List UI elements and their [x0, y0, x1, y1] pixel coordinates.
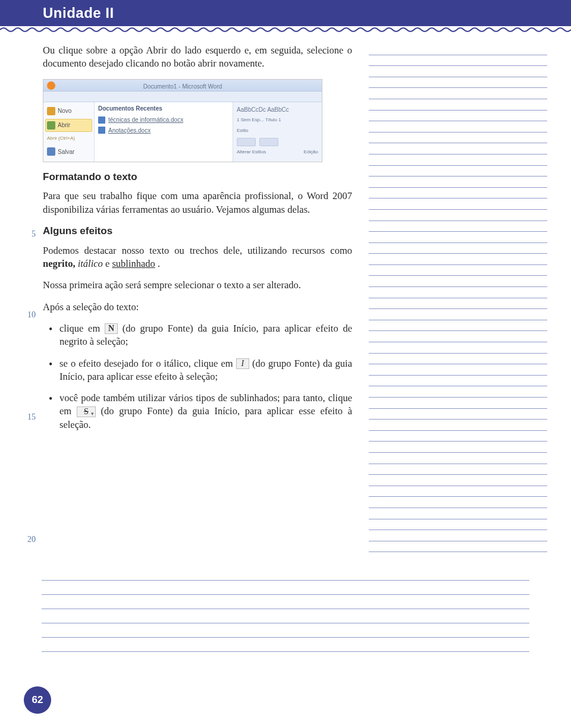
italic-button-icon: I	[236, 358, 249, 369]
bullet-list-effects: clique em N (do grupo Fonte) da guia Iní…	[43, 322, 352, 431]
note-line	[369, 541, 547, 553]
figure-recent-item-2-label: Anotações.docx	[108, 127, 150, 135]
bottom-notes-area	[42, 566, 529, 652]
note-line	[42, 566, 529, 581]
figure-menu-salvar: Salvar	[45, 145, 92, 158]
note-line	[369, 287, 547, 298]
save-icon	[47, 147, 55, 156]
note-line	[42, 595, 529, 609]
note-line	[42, 638, 529, 652]
note-line	[369, 409, 547, 420]
header-band: Unidade II	[0, 0, 571, 26]
document-icon	[98, 127, 105, 134]
note-line	[369, 133, 547, 144]
note-line	[369, 431, 547, 442]
note-line	[369, 475, 547, 486]
document-icon	[47, 107, 55, 115]
note-line	[369, 342, 547, 354]
note-line	[369, 188, 547, 199]
figure-window-title: Documento1 - Microsoft Word	[143, 81, 222, 93]
page-number-badge: 62	[24, 686, 51, 714]
figure-styles-labels: 1 Sem Esp... Título 1	[237, 116, 318, 125]
figure-change-styles-button	[237, 138, 256, 146]
figure-recent-item-1: técnicas de informática.docx	[98, 115, 229, 125]
note-line	[369, 44, 547, 55]
note-line	[369, 464, 547, 475]
line-number-10: 10	[27, 310, 36, 320]
note-line	[42, 609, 529, 623]
list-item-italic: se o efeito desejado for o itálico, cliq…	[43, 357, 352, 384]
figure-titlebar: Documento1 - Microsoft Word	[43, 80, 322, 92]
page-header-title: Unidade II	[43, 5, 114, 21]
note-line	[369, 55, 547, 67]
note-line	[369, 111, 547, 122]
note-line	[369, 77, 547, 89]
figure-word-open-menu: Documento1 - Microsoft Word Novo Abrir A…	[43, 79, 322, 162]
note-line	[42, 623, 529, 638]
note-line	[369, 198, 547, 210]
text-bold-sample: negrito,	[43, 258, 76, 269]
figure-file-menu: Novo Abrir Abrir (Ctrl+A) Salvar Salvar …	[43, 102, 95, 162]
paragraph-after-selection: Após a seleção do texto:	[43, 301, 352, 314]
main-content: Ou clique sobre a opção Abrir do lado es…	[43, 44, 352, 552]
note-line	[369, 376, 547, 387]
note-line	[369, 420, 547, 431]
note-line	[369, 298, 547, 310]
line-number-20: 20	[27, 535, 36, 544]
figure-styles-panel: AaBbCcDc AaBbCc 1 Sem Esp... Título 1 Es…	[233, 102, 322, 162]
list-item-underline: você pode também utilizar vários tipos d…	[43, 392, 352, 431]
figure-ribbon-tabs	[43, 92, 322, 102]
note-line	[369, 386, 547, 398]
figure-styles-preview: AaBbCcDc AaBbCc	[237, 106, 318, 114]
document-icon	[98, 116, 105, 124]
text-run: .	[158, 258, 160, 269]
heading-formatting: Formatando o texto	[43, 171, 352, 184]
heading-effects: Alguns efeitos	[43, 225, 352, 238]
note-line	[42, 581, 529, 595]
text-underline-sample: sublinhado	[112, 258, 155, 269]
folder-open-icon	[47, 121, 55, 130]
note-line	[369, 508, 547, 519]
header-wave	[0, 26, 571, 33]
figure-recent-item-2: Anotações.docx	[98, 125, 229, 136]
note-line	[369, 497, 547, 508]
note-line	[369, 221, 547, 232]
text-run: Podemos destacar nosso texto ou trechos …	[43, 245, 352, 256]
figure-menu-salvar-label: Salvar	[58, 148, 74, 156]
note-line	[369, 364, 547, 376]
note-line	[369, 265, 547, 276]
line-number-5: 5	[32, 229, 36, 239]
note-line	[369, 210, 547, 221]
paragraph-intro: Ou clique sobre a opção Abrir do lado es…	[43, 44, 352, 71]
note-line	[369, 519, 547, 531]
text-run: se o efeito desejado for o itálico, cliq…	[59, 358, 236, 369]
note-line	[369, 121, 547, 133]
line-number-gutter: 5 10 15 20	[18, 44, 43, 552]
figure-menu-novo: Novo	[45, 105, 92, 118]
text-run: clique em	[59, 323, 105, 334]
note-line	[369, 309, 547, 320]
figure-styles-group: Estilo	[237, 127, 318, 135]
note-line	[369, 354, 547, 365]
note-line	[369, 232, 547, 243]
note-line	[369, 243, 547, 254]
figure-recent-docs: Documentos Recentes técnicas de informát…	[95, 102, 233, 162]
figure-menu-abrir: Abrir	[45, 119, 92, 132]
figure-menu-novo-label: Novo	[58, 107, 71, 115]
note-line	[369, 66, 547, 77]
bold-button-icon: N	[105, 323, 118, 334]
figure-recent-item-1-label: técnicas de informática.docx	[108, 116, 183, 124]
figure-edit-label: Edição	[304, 149, 318, 156]
paragraph-formatting: Para que seu trabalho fique com uma apar…	[43, 190, 352, 216]
note-line	[369, 276, 547, 287]
note-line	[369, 442, 547, 453]
office-logo-icon	[47, 81, 55, 90]
figure-menu-tooltip: Abrir (Ctrl+A)	[45, 133, 92, 144]
page-body: 5 10 15 20 Ou clique sobre a opção Abrir…	[0, 33, 571, 552]
paragraph-effects: Podemos destacar nosso texto ou trechos …	[43, 244, 352, 271]
note-line	[369, 331, 547, 342]
text-italic-sample: itálico	[78, 258, 103, 269]
figure-btn-label: Alterar Estilos	[237, 149, 266, 156]
note-line	[369, 398, 547, 409]
note-line	[369, 155, 547, 166]
